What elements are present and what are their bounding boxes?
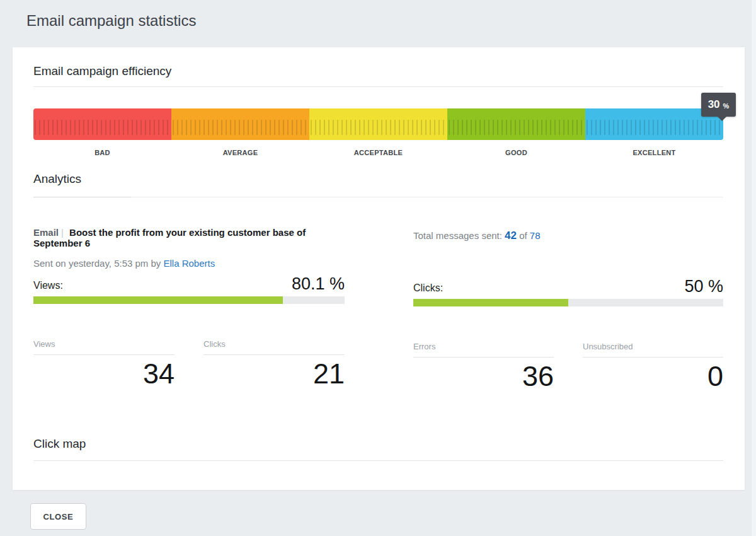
gauge-ticks (35, 120, 171, 135)
gauge-value: 30 (708, 98, 720, 111)
analytics-divider (33, 197, 723, 197)
gauge-label-average: AVERAGE (171, 149, 309, 156)
gauge-label-good: GOOD (447, 149, 585, 156)
gauge-labels: BADAVERAGEACCEPTABLEGOODEXCELLENT (33, 149, 723, 156)
stat-value: 0 (583, 361, 723, 392)
efficiency-gauge[interactable]: 30 % BADAVERAGEACCEPTABLEGOODEXCELLENT (33, 108, 723, 156)
stat-underline (413, 357, 554, 358)
total-sent-line: Total messages sent: 42 of 78 (413, 230, 723, 242)
analytics-columns: Email| Boost the profit from your existi… (33, 227, 723, 392)
divider (33, 460, 723, 461)
stat-tile-views: Views34 (33, 339, 175, 389)
stat-label: Unsubscribed (583, 342, 723, 351)
sent-info: Sent on yesterday, 5:53 pm by Ella Rober… (33, 258, 345, 269)
scrollbar-track (752, 0, 756, 536)
stat-value: 36 (413, 361, 554, 392)
total-sent-value: 42 (505, 230, 517, 242)
close-button[interactable]: CLOSE (30, 503, 86, 530)
stats-left: Views34Clicks21 (33, 339, 345, 389)
gauge-segment-bad[interactable] (33, 108, 171, 140)
stat-value: 34 (33, 359, 175, 389)
clicks-rate-value: 50 % (684, 277, 723, 296)
stat-label: Views (33, 339, 175, 349)
total-all-value: 78 (530, 230, 541, 241)
stats-right: Errors36Unsubscribed0 (413, 342, 723, 392)
stat-tile-errors: Errors36 (413, 342, 554, 392)
gauge-value-tooltip: 30 % (701, 93, 736, 117)
author-link[interactable]: Ella Roberts (164, 258, 215, 269)
analytics-left-column: Email| Boost the profit from your existi… (33, 227, 345, 392)
stat-tile-clicks: Clicks21 (203, 339, 345, 389)
active-tab-underline (33, 197, 131, 197)
statistics-card: Email campaign efficiency 30 % BADAVERAG… (13, 47, 745, 490)
campaign-title: Boost the profit from your existing cust… (33, 227, 306, 248)
gauge-label-excellent: EXCELLENT (585, 149, 723, 156)
views-progress-fill (33, 296, 283, 304)
gauge-ticks (449, 120, 585, 135)
stat-underline (583, 357, 723, 358)
clickmap-heading: Click map (33, 437, 723, 451)
gauge-segment-good[interactable] (447, 108, 585, 140)
clicks-rate-label: Clicks: (413, 283, 443, 296)
total-sent-label: Total messages sent: (413, 230, 502, 241)
gauge-ticks (311, 120, 447, 135)
clicks-progress-track (413, 299, 723, 306)
stat-underline (33, 354, 175, 355)
gauge-label-acceptable: ACCEPTABLE (309, 149, 447, 156)
gauge-bar[interactable] (33, 108, 723, 140)
divider (33, 86, 723, 87)
views-rate-row: Views: 80.1 % (33, 272, 345, 294)
sent-prefix: Sent on yesterday, 5:53 pm by (33, 258, 161, 269)
views-rate-label: Views: (33, 280, 63, 294)
stat-label: Clicks (203, 339, 345, 349)
gauge-segment-acceptable[interactable] (309, 108, 447, 140)
gauge-ticks (587, 120, 723, 135)
total-of-label: of (519, 230, 527, 241)
separator: | (61, 227, 64, 238)
stat-tile-unsubscribed: Unsubscribed0 (583, 342, 723, 392)
analytics-right-column: Total messages sent: 42 of 78 Clicks: 50… (413, 227, 723, 392)
page-title: Email campaign statistics (26, 12, 196, 30)
email-line: Email| Boost the profit from your existi… (33, 227, 345, 248)
stat-label: Errors (413, 342, 554, 351)
gauge-label-bad: BAD (33, 149, 171, 156)
email-type-label: Email (33, 227, 59, 238)
gauge-ticks (173, 120, 309, 135)
stat-underline (203, 354, 345, 355)
views-rate-value: 80.1 % (292, 274, 345, 294)
analytics-heading: Analytics (33, 172, 723, 186)
email-info: Email| Boost the profit from your existi… (33, 227, 345, 272)
total-sent-info: Total messages sent: 42 of 78 (413, 230, 723, 275)
views-progress-track (33, 296, 345, 304)
gauge-unit: % (723, 102, 730, 110)
clicks-progress-fill (413, 299, 568, 306)
stat-value: 21 (203, 359, 345, 389)
gauge-segment-average[interactable] (171, 108, 309, 140)
clicks-rate-row: Clicks: 50 % (413, 275, 723, 296)
efficiency-heading: Email campaign efficiency (33, 64, 723, 78)
